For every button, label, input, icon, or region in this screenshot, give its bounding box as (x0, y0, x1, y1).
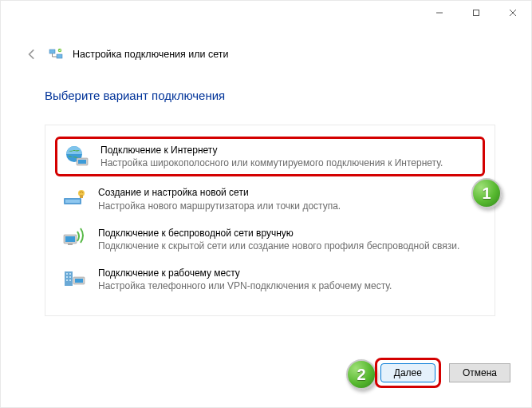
wizard-window: Настройка подключения или сети Выберите … (0, 0, 532, 408)
svg-rect-1 (474, 10, 479, 16)
maximize-icon (471, 8, 481, 18)
svg-rect-21 (69, 276, 71, 278)
svg-rect-25 (75, 279, 83, 283)
svg-rect-13 (80, 195, 83, 198)
option-manual-wireless[interactable]: Подключение к беспроводной сети вручную … (55, 222, 485, 257)
option-internet[interactable]: Подключение к Интернету Настройка широко… (55, 137, 485, 176)
minimize-button[interactable] (421, 1, 458, 25)
svg-rect-20 (66, 276, 68, 278)
close-icon (508, 8, 518, 18)
network-setup-icon (49, 47, 63, 61)
svg-rect-22 (66, 279, 68, 281)
svg-rect-17 (65, 271, 73, 286)
back-button[interactable] (25, 47, 39, 61)
option-desc: Подключение к скрытой сети или создание … (98, 240, 479, 252)
option-text: Создание и настройка новой сети Настройк… (98, 186, 479, 212)
svg-rect-18 (66, 273, 68, 275)
cancel-button[interactable]: Отмена (449, 363, 510, 382)
header-title: Настройка подключения или сети (73, 49, 229, 60)
option-title: Подключение к беспроводной сети вручную (98, 227, 479, 240)
option-title: Подключение к Интернету (100, 144, 476, 156)
next-button-highlight: Далее (375, 358, 441, 388)
option-create-network[interactable]: Создание и настройка новой сети Настройк… (55, 181, 485, 216)
button-row: Далее Отмена (375, 358, 510, 388)
option-title: Создание и настройка новой сети (98, 186, 479, 199)
globe-icon (64, 144, 89, 169)
maximize-button[interactable] (458, 1, 495, 25)
connection-options: Подключение к Интернету Настройка широко… (45, 125, 495, 316)
back-arrow-icon (25, 47, 39, 61)
option-text: Подключение к рабочему месту Настройка т… (98, 267, 479, 292)
option-text: Подключение к беспроводной сети вручную … (98, 227, 479, 252)
option-workplace[interactable]: Подключение к рабочему месту Настройка т… (55, 262, 485, 297)
next-button[interactable]: Далее (380, 363, 435, 382)
svg-rect-9 (78, 160, 86, 164)
svg-rect-23 (69, 279, 71, 281)
svg-rect-5 (57, 54, 62, 58)
minimize-icon (435, 8, 444, 18)
page-heading: Выберите вариант подключения (45, 89, 225, 102)
svg-rect-19 (69, 273, 71, 275)
option-desc: Настройка телефонного или VPN-подключени… (98, 279, 479, 292)
option-desc: Настройка нового маршрутизатора или точк… (98, 200, 479, 212)
svg-rect-16 (68, 244, 73, 245)
option-text: Подключение к Интернету Настройка широко… (100, 144, 476, 169)
close-button[interactable] (495, 1, 531, 25)
router-icon (61, 186, 87, 212)
svg-rect-15 (65, 236, 75, 242)
step-badge-2: 2 (346, 359, 376, 390)
workplace-icon (61, 267, 87, 292)
step-badge-1: 1 (471, 178, 502, 208)
option-desc: Настройка широкополосного или коммутируе… (100, 156, 476, 169)
svg-rect-11 (65, 200, 80, 203)
header: Настройка подключения или сети (25, 47, 507, 61)
wireless-icon (61, 227, 87, 252)
svg-rect-4 (49, 50, 55, 53)
titlebar (1, 1, 531, 25)
option-title: Подключение к рабочему месту (98, 267, 479, 279)
